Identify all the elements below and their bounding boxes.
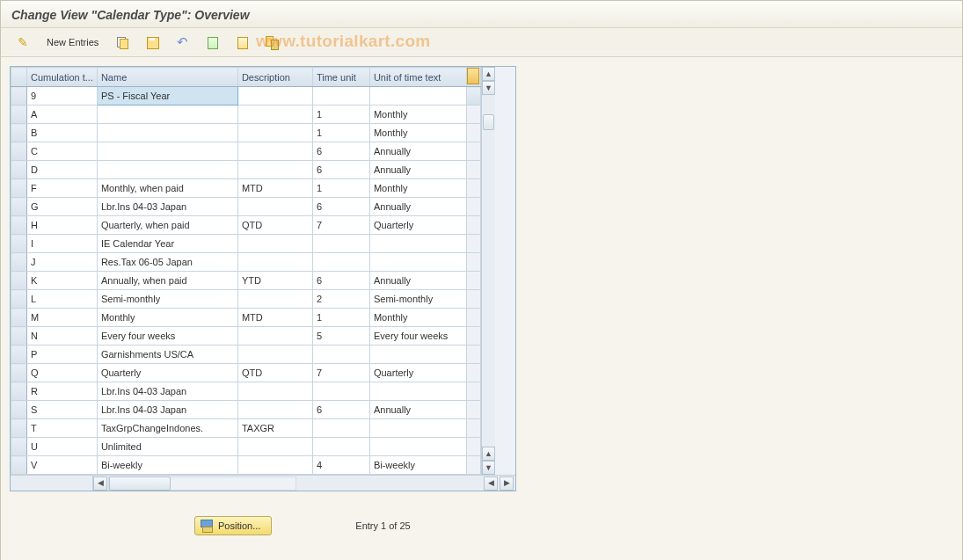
- row-selector[interactable]: [11, 345, 27, 364]
- cell-time-unit[interactable]: [312, 345, 369, 364]
- cell-cumulation[interactable]: C: [27, 142, 98, 161]
- cell-unit-text[interactable]: [369, 87, 466, 105]
- table-row[interactable]: KAnnually, when paidYTD6Annually: [11, 272, 481, 290]
- cell-cumulation[interactable]: N: [27, 327, 98, 345]
- horizontal-scroll-thumb[interactable]: [109, 476, 171, 491]
- cell-name[interactable]: Lbr.Ins 04-03 Japan: [97, 401, 237, 419]
- cell-description[interactable]: [237, 87, 312, 105]
- row-selector[interactable]: [11, 216, 27, 235]
- cell-unit-text[interactable]: Bi-weekly: [369, 456, 466, 475]
- table-row[interactable]: SLbr.Ins 04-03 Japan6Annually: [11, 401, 481, 419]
- cell-cumulation[interactable]: 9: [27, 87, 98, 105]
- cell-time-unit[interactable]: [312, 235, 369, 253]
- cell-time-unit[interactable]: 1: [312, 309, 369, 327]
- position-button[interactable]: Position...: [194, 516, 272, 535]
- scroll-down-button[interactable]: ▼: [482, 461, 495, 475]
- column-header-unit-text[interactable]: Unit of time text: [369, 68, 466, 87]
- table-row[interactable]: JRes.Tax 06-05 Japan: [11, 253, 481, 272]
- cell-time-unit[interactable]: 6: [312, 161, 369, 179]
- cell-cumulation[interactable]: T: [27, 419, 98, 438]
- cell-name[interactable]: Monthly: [97, 309, 237, 327]
- cell-cumulation[interactable]: D: [27, 161, 98, 179]
- scroll-right-button[interactable]: ▶: [500, 476, 514, 491]
- cell-cumulation[interactable]: K: [27, 272, 98, 290]
- row-selector[interactable]: [11, 235, 27, 253]
- cell-cumulation[interactable]: V: [27, 456, 98, 475]
- cell-name[interactable]: Monthly, when paid: [97, 179, 237, 198]
- table-row[interactable]: GLbr.Ins 04-03 Japan6Annually: [11, 198, 481, 216]
- table-row[interactable]: HQuarterly, when paidQTD7Quarterly: [11, 216, 481, 235]
- cell-time-unit[interactable]: 1: [312, 179, 369, 198]
- cell-unit-text[interactable]: Monthly: [369, 179, 466, 198]
- undo-button[interactable]: [169, 33, 195, 52]
- cell-time-unit[interactable]: 7: [312, 364, 369, 382]
- vertical-scroll-track[interactable]: [482, 95, 495, 447]
- cell-description[interactable]: TAXGR: [237, 419, 312, 438]
- cell-unit-text[interactable]: Semi-monthly: [369, 290, 466, 309]
- cell-unit-text[interactable]: Annually: [369, 198, 466, 216]
- cell-unit-text[interactable]: Quarterly: [369, 364, 466, 382]
- cell-description[interactable]: MTD: [237, 309, 312, 327]
- column-header-time-unit[interactable]: Time unit: [312, 68, 369, 87]
- cell-cumulation[interactable]: L: [27, 290, 98, 309]
- cell-unit-text[interactable]: [369, 419, 466, 438]
- cell-name[interactable]: Every four weeks: [97, 327, 237, 345]
- cell-unit-text[interactable]: Every four weeks: [369, 327, 466, 345]
- cell-name[interactable]: Quarterly, when paid: [97, 216, 237, 235]
- table-row[interactable]: MMonthlyMTD1Monthly: [11, 309, 481, 327]
- column-header-name[interactable]: Name: [97, 68, 237, 87]
- cell-cumulation[interactable]: I: [27, 235, 98, 253]
- cell-name[interactable]: Lbr.Ins 04-03 Japan: [97, 198, 237, 216]
- table-settings-button[interactable]: [259, 33, 285, 52]
- cell-cumulation[interactable]: R: [27, 382, 98, 401]
- row-selector[interactable]: [11, 105, 27, 124]
- cell-time-unit[interactable]: [312, 87, 369, 105]
- row-selector[interactable]: [11, 87, 27, 105]
- cell-name[interactable]: TaxGrpChangeIndones.: [97, 419, 237, 438]
- cell-cumulation[interactable]: A: [27, 105, 98, 124]
- scroll-left-button[interactable]: ◀: [93, 476, 107, 491]
- edit-button[interactable]: [10, 33, 36, 52]
- cell-description[interactable]: [237, 382, 312, 401]
- table-row[interactable]: NEvery four weeks5Every four weeks: [11, 327, 481, 345]
- cell-description[interactable]: [237, 198, 312, 216]
- row-selector[interactable]: [11, 272, 27, 290]
- vertical-scroll-thumb[interactable]: [483, 114, 494, 130]
- cell-unit-text[interactable]: [369, 235, 466, 253]
- cell-name[interactable]: Unlimited: [97, 438, 237, 456]
- horizontal-scroll-track[interactable]: [108, 476, 296, 491]
- cell-time-unit[interactable]: [312, 419, 369, 438]
- cell-name[interactable]: IE Calendar Year: [97, 235, 237, 253]
- cell-cumulation[interactable]: U: [27, 438, 98, 456]
- cell-description[interactable]: YTD: [237, 272, 312, 290]
- cell-time-unit[interactable]: 4: [312, 456, 369, 475]
- cell-description[interactable]: [237, 142, 312, 161]
- save-button[interactable]: [139, 33, 165, 52]
- row-selector[interactable]: [11, 161, 27, 179]
- cell-description[interactable]: [237, 124, 312, 142]
- cell-description[interactable]: MTD: [237, 179, 312, 198]
- cell-description[interactable]: [237, 290, 312, 309]
- new-entries-button[interactable]: New Entries: [40, 33, 106, 52]
- scroll-down-step-button[interactable]: ▼: [482, 81, 495, 95]
- cell-description[interactable]: [237, 401, 312, 419]
- table-row[interactable]: TTaxGrpChangeIndones.TAXGR: [11, 419, 481, 438]
- cell-description[interactable]: [237, 161, 312, 179]
- cell-unit-text[interactable]: Annually: [369, 142, 466, 161]
- cell-name[interactable]: Res.Tax 06-05 Japan: [97, 253, 237, 272]
- row-selector[interactable]: [11, 382, 27, 401]
- column-header-cumulation[interactable]: Cumulation t...: [27, 68, 98, 87]
- cell-unit-text[interactable]: [369, 345, 466, 364]
- row-selector[interactable]: [11, 327, 27, 345]
- table-row[interactable]: IIE Calendar Year: [11, 235, 481, 253]
- cell-time-unit[interactable]: 1: [312, 124, 369, 142]
- row-selector[interactable]: [11, 309, 27, 327]
- table-row[interactable]: D6Annually: [11, 161, 481, 179]
- cell-unit-text[interactable]: Annually: [369, 272, 466, 290]
- cell-unit-text[interactable]: Monthly: [369, 124, 466, 142]
- cell-time-unit[interactable]: 7: [312, 216, 369, 235]
- cell-cumulation[interactable]: H: [27, 216, 98, 235]
- cell-time-unit[interactable]: 6: [312, 198, 369, 216]
- cell-unit-text[interactable]: Quarterly: [369, 216, 466, 235]
- cell-unit-text[interactable]: Annually: [369, 401, 466, 419]
